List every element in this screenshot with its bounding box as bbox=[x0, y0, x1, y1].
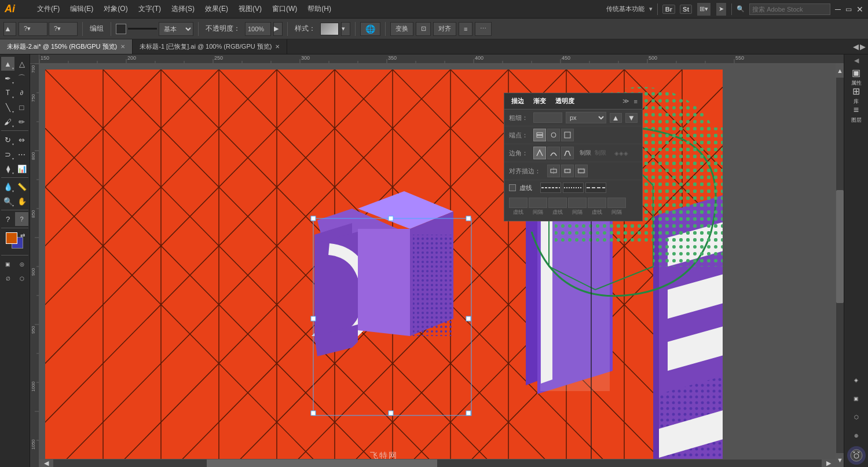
canvas-viewport[interactable]: 飞特网 FEVTE.COM 飞特网 FEVTE.COM ▲ ▼ bbox=[39, 64, 844, 467]
close-btn[interactable]: ✕ bbox=[856, 5, 863, 14]
library-btn[interactable]: ⊞ 库 bbox=[847, 87, 866, 104]
direct-selection-tool[interactable]: △ bbox=[15, 57, 28, 71]
extra-tool[interactable]: ? bbox=[1, 212, 14, 226]
menu-edit[interactable]: 编辑(E) bbox=[65, 2, 98, 16]
line-tool[interactable]: ╲▾ bbox=[1, 100, 14, 114]
style-swatch[interactable] bbox=[320, 23, 339, 35]
menu-select[interactable]: 选择(S) bbox=[167, 2, 199, 16]
panel-expand-icon[interactable]: ≫ bbox=[622, 97, 629, 105]
symbol-tool[interactable]: ⧫▾ bbox=[1, 162, 14, 176]
globe-btn[interactable]: 🌐 bbox=[360, 22, 380, 36]
right-tool-3[interactable]: ⬡ bbox=[847, 409, 866, 425]
restore-btn[interactable]: ▭ bbox=[845, 5, 852, 13]
rect-tool[interactable]: □ bbox=[15, 100, 28, 114]
cc-bridge-badge[interactable]: Br bbox=[662, 5, 675, 14]
dashed-preset-2[interactable] bbox=[563, 183, 584, 193]
layers-btn[interactable]: ≡ 图层 bbox=[847, 106, 866, 122]
collapse-right-btn[interactable]: ▶ bbox=[860, 42, 866, 51]
brush-tool[interactable]: 🖌▾ bbox=[1, 115, 14, 129]
type-tool[interactable]: T▾ bbox=[1, 86, 14, 100]
weight-down-btn[interactable]: ▼ bbox=[625, 113, 638, 123]
dash-input-1[interactable] bbox=[509, 198, 528, 208]
reflect-tool[interactable]: ⇔ bbox=[15, 133, 28, 147]
menu-window[interactable]: 窗口(W) bbox=[268, 2, 302, 16]
measure-tool[interactable]: 📏 bbox=[15, 180, 28, 194]
dashed-preset-1[interactable] bbox=[540, 183, 561, 193]
graph-tool[interactable]: 📊 bbox=[15, 162, 28, 176]
extra-tool-2[interactable]: ? bbox=[15, 212, 28, 226]
round-join-btn[interactable] bbox=[547, 147, 560, 159]
dash-input-3[interactable] bbox=[588, 198, 606, 208]
panel-menu-icon[interactable]: ≡ bbox=[634, 98, 638, 105]
stock-search-input[interactable] bbox=[749, 3, 830, 15]
scroll-up-btn[interactable]: ▲ bbox=[836, 64, 844, 78]
hand-tool[interactable]: ✋ bbox=[15, 194, 28, 208]
align-outside-btn[interactable] bbox=[575, 165, 588, 177]
weight-unit-select[interactable]: px pt bbox=[566, 112, 606, 123]
opacity-expand-btn[interactable]: ▶ bbox=[273, 22, 283, 36]
butt-cap-btn[interactable] bbox=[533, 129, 546, 141]
menu-view[interactable]: 视图(V) bbox=[234, 2, 266, 16]
tool-select-btn[interactable]: ▲ bbox=[3, 22, 16, 36]
properties-btn[interactable]: ▣ 属性 bbox=[847, 69, 866, 85]
menu-effect[interactable]: 效果(E) bbox=[200, 2, 233, 16]
weight-up-btn[interactable]: ▲ bbox=[610, 113, 622, 123]
tab-2-close[interactable]: ✕ bbox=[275, 43, 280, 50]
menu-help[interactable]: 帮助(H) bbox=[303, 2, 336, 16]
gap-input-1[interactable] bbox=[529, 198, 547, 208]
align-center-btn[interactable] bbox=[547, 165, 560, 177]
scroll-thumb[interactable] bbox=[836, 190, 844, 302]
menu-file[interactable]: 文件(F) bbox=[32, 2, 64, 16]
right-tool-5[interactable] bbox=[847, 446, 866, 465]
rotate-tool[interactable]: ↻▾ bbox=[1, 133, 14, 147]
scrollbar-vertical[interactable]: ▲ ▼ bbox=[836, 64, 844, 467]
option-btn-2[interactable]: ?▾ bbox=[49, 22, 78, 36]
scrollbar-horizontal[interactable]: ◀ ▶ bbox=[39, 459, 836, 467]
transform-btn[interactable]: 变换 bbox=[390, 22, 413, 36]
dashed-preset-3[interactable] bbox=[585, 183, 606, 193]
artwork-view-btn[interactable]: ∅ bbox=[1, 272, 14, 286]
tab-1[interactable]: 未标题-2.ai* @ 150% (RGB/GPU 预览) ✕ bbox=[0, 39, 133, 54]
stroke-type-select[interactable]: 基本 bbox=[159, 22, 193, 36]
right-tool-1[interactable]: ◈ bbox=[847, 372, 866, 388]
gap-input-2[interactable] bbox=[568, 198, 587, 208]
eyedropper-tool[interactable]: 💧▾ bbox=[1, 180, 14, 194]
scroll-left-btn[interactable]: ◀ bbox=[39, 459, 53, 467]
pixel-view-btn[interactable]: ⬡ bbox=[15, 272, 28, 286]
width-tool[interactable]: ⊃▾ bbox=[1, 147, 14, 161]
tab-2[interactable]: 未标题-1 [已恢复].ai @ 100% (RGB/GPU 预览) ✕ bbox=[133, 39, 287, 54]
square-cap-btn[interactable] bbox=[561, 129, 574, 141]
swap-colors-icon[interactable]: ⇄ bbox=[20, 232, 25, 239]
align-inside-btn[interactable] bbox=[561, 165, 574, 177]
gradient-tab[interactable]: 渐变 bbox=[531, 96, 548, 107]
bevel-join-btn[interactable] bbox=[561, 147, 574, 159]
grid-view-btn[interactable]: ⊞▾ bbox=[697, 2, 711, 16]
stroke-tab[interactable]: 描边 bbox=[509, 96, 526, 107]
normal-mode-btn[interactable]: ▣ bbox=[1, 257, 14, 271]
tab-1-close[interactable]: ✕ bbox=[120, 43, 125, 50]
dashed-checkbox[interactable] bbox=[509, 184, 516, 191]
weight-input[interactable] bbox=[533, 112, 562, 123]
scroll-h-thumb[interactable] bbox=[207, 459, 437, 467]
minimize-btn[interactable]: ─ bbox=[835, 5, 841, 14]
far-right-collapse-btn[interactable]: ◀ bbox=[854, 57, 859, 64]
right-tool-4[interactable]: ⊕ bbox=[847, 428, 866, 444]
collapse-left-btn[interactable]: ◀ bbox=[853, 42, 859, 51]
selection-tool[interactable]: ▲▾ bbox=[1, 57, 14, 71]
opacity-input[interactable] bbox=[245, 22, 271, 36]
align-btn[interactable]: 对齐 bbox=[433, 22, 456, 36]
scroll-down-btn[interactable]: ▼ bbox=[836, 453, 844, 467]
style-expand-btn[interactable]: ▾ bbox=[341, 22, 350, 36]
scroll-right-btn[interactable]: ▶ bbox=[822, 459, 836, 467]
align-transform-btn[interactable]: ⊡ bbox=[416, 22, 431, 36]
opacity-tab[interactable]: 透明度 bbox=[553, 96, 577, 107]
pen-tool[interactable]: ✒▾ bbox=[1, 71, 14, 85]
option-btn-1[interactable]: ?▾ bbox=[19, 22, 47, 36]
zoom-tool[interactable]: 🔍▾ bbox=[1, 194, 14, 208]
round-cap-btn[interactable] bbox=[547, 129, 560, 141]
dash-input-2[interactable] bbox=[548, 198, 567, 208]
send-btn[interactable]: ➤ bbox=[716, 2, 727, 16]
stroke-color-swatch[interactable] bbox=[116, 24, 126, 34]
menu-object[interactable]: 对象(O) bbox=[99, 2, 132, 16]
touch-type-tool[interactable]: ∂ bbox=[15, 86, 28, 100]
